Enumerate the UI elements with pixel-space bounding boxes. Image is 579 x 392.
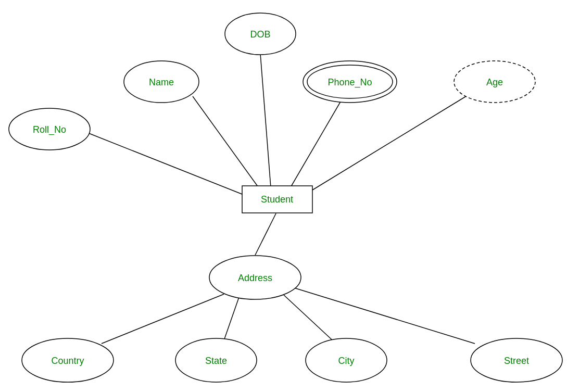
attr-state-label: State: [205, 356, 227, 366]
attr-rollno-label: Roll_No: [33, 124, 66, 135]
attr-name-label: Name: [149, 77, 174, 87]
line-address-country: [102, 294, 224, 344]
attr-country-label: Country: [51, 356, 84, 366]
attr-age-label: Age: [486, 77, 503, 87]
entity-student-label: Student: [261, 194, 293, 205]
er-diagram: Student DOB Name Phone_No Age Roll_No Ad…: [0, 0, 579, 392]
attr-address-label: Address: [238, 273, 272, 283]
line-student-name: [193, 96, 260, 190]
line-address-city: [281, 293, 333, 341]
attr-dob-label: DOB: [250, 29, 270, 40]
line-student-address: [255, 213, 276, 255]
line-address-street: [294, 288, 475, 344]
attr-street-label: Street: [504, 356, 529, 366]
attr-phone-label: Phone_No: [328, 77, 372, 88]
line-address-state: [224, 296, 240, 340]
line-student-dob: [260, 54, 271, 187]
line-student-rollno: [87, 133, 245, 195]
attr-city-label: City: [338, 356, 355, 366]
